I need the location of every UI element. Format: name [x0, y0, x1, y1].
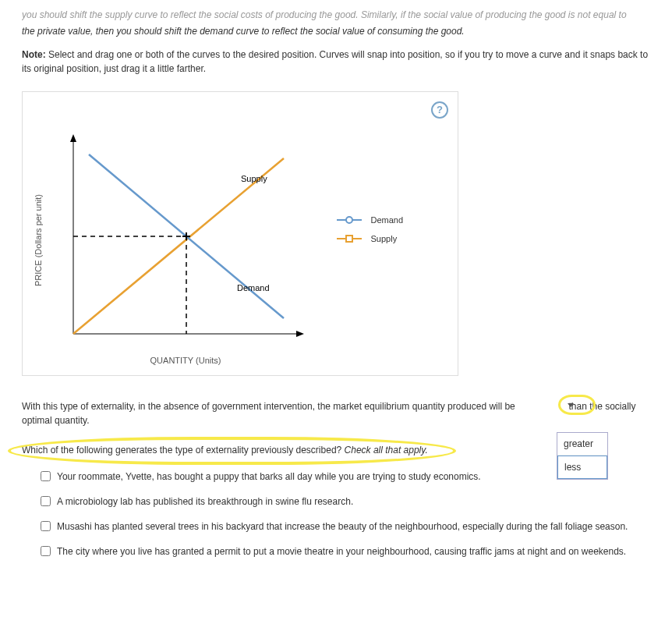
dropdown-field[interactable]: [518, 400, 566, 413]
y-axis-label: PRICE (Dollars per unit): [32, 194, 45, 286]
note-body: Select and drag one or both of the curve…: [22, 49, 648, 74]
choice-3-checkbox[interactable]: [41, 521, 51, 531]
choice-3-label: Musashi has planted several trees in his…: [57, 519, 628, 534]
choice-4-checkbox[interactable]: [41, 546, 51, 556]
choice-4[interactable]: The city where you live has granted a pe…: [41, 544, 650, 558]
legend-supply[interactable]: Supply: [335, 232, 404, 246]
q2-prompt: Which of the following generates the typ…: [22, 445, 345, 456]
choice-2[interactable]: A microbiology lab has published its bre…: [41, 495, 650, 509]
question-1: With this type of externality, in the ab…: [22, 399, 650, 427]
choice-list: Your roommate, Yvette, has bought a pupp…: [22, 470, 650, 558]
supply-marker-icon: [335, 234, 363, 243]
demand-marker-icon: [335, 215, 363, 225]
svg-point-9: [346, 217, 352, 223]
chart-legend: Demand Supply: [335, 214, 404, 252]
chevron-down-icon: [568, 403, 574, 407]
choice-2-label: A microbiology lab has published its bre…: [57, 495, 353, 509]
svg-marker-3: [296, 331, 304, 337]
note-paragraph: Note: Select and drag one or both of the…: [22, 48, 650, 76]
supply-curve-label: Supply: [241, 174, 267, 183]
supply-curve[interactable]: [73, 158, 284, 334]
instruction-line-2: the private value, then you should shift…: [22, 24, 650, 38]
dropdown-option-greater[interactable]: greater: [557, 433, 607, 456]
legend-demand[interactable]: Demand: [335, 214, 404, 227]
legend-demand-label: Demand: [371, 214, 404, 227]
demand-curve-label: Demand: [237, 283, 270, 292]
help-icon[interactable]: ?: [431, 101, 448, 119]
legend-supply-label: Supply: [371, 232, 398, 246]
chart-plot-area[interactable]: Supply Demand: [50, 131, 307, 349]
choice-1-label: Your roommate, Yvette, has bought a pupp…: [57, 470, 481, 484]
q2-hint: Check all that apply.: [345, 445, 428, 456]
choice-3[interactable]: Musashi has planted several trees in his…: [41, 519, 650, 534]
svg-rect-11: [346, 236, 352, 242]
graph-panel: ? PRICE (Dollars per unit) Su: [22, 91, 458, 376]
choice-2-checkbox[interactable]: [41, 496, 51, 506]
note-label: Note:: [22, 49, 46, 60]
dropdown-option-less[interactable]: less: [557, 456, 607, 479]
dropdown-menu: greater less: [557, 432, 608, 480]
q1-text-before: With this type of externality, in the ab…: [22, 401, 518, 412]
choice-4-label: The city where you live has granted a pe…: [57, 544, 626, 558]
choice-1-checkbox[interactable]: [41, 471, 51, 481]
svg-marker-2: [70, 134, 76, 142]
prior-cutoff-text: you should shift the supply curve to ref…: [22, 8, 650, 22]
x-axis-label: QUANTITY (Units): [57, 354, 314, 367]
